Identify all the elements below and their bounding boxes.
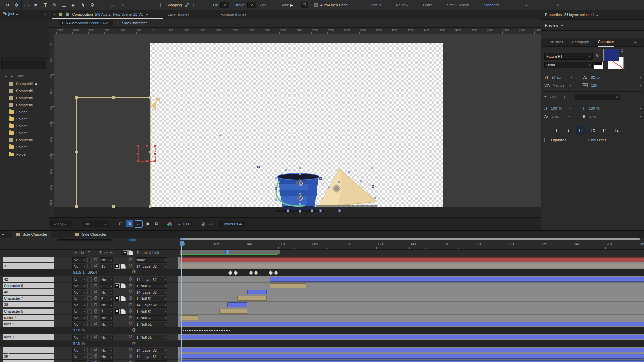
tracking-dropdown-arrow[interactable]: ▼ <box>639 84 642 87</box>
transparency-grid-icon[interactable]: ⊞ <box>126 220 133 227</box>
puppet-pin-tool[interactable]: ⚲ <box>88 0 97 10</box>
pixel-aspect-icon[interactable]: ⧉ <box>153 220 160 227</box>
parent-pickwhip-icon[interactable]: @ <box>129 296 132 300</box>
leading-dropdown-arrow[interactable]: ▼ <box>639 76 642 79</box>
parent-column-header[interactable]: Parent & Link <box>137 251 159 255</box>
layer-name-cell[interactable] <box>3 347 54 353</box>
mask-rect-handle[interactable] <box>137 153 139 155</box>
mode-dropdown[interactable]: Nc∨ <box>72 257 86 263</box>
project-item[interactable]: Compositi <box>0 95 49 101</box>
zoom-select-icon[interactable]: ⊡ <box>117 220 124 227</box>
layer-duration-bar[interactable] <box>227 302 247 307</box>
parent-pickwhip-icon[interactable]: @ <box>129 315 132 319</box>
auto-open-checkbox[interactable]: ✓ <box>314 3 318 7</box>
tab-paragraph[interactable]: Paragraph <box>572 38 589 46</box>
horizontal-scale-value[interactable]: 100 <box>589 106 595 110</box>
preserve-transparency-checkbox[interactable] <box>87 354 92 359</box>
parent-pickwhip-icon[interactable]: @ <box>129 322 132 325</box>
pen-tool[interactable]: ✒ <box>31 0 41 10</box>
current-time-indicator-line[interactable] <box>181 241 182 362</box>
layer-name-cell[interactable]: ayer 1 <box>3 334 54 340</box>
tab-brushes[interactable]: Brushes <box>550 38 563 46</box>
layer-duration-bar[interactable] <box>180 348 644 352</box>
preserve-transparency-checkbox[interactable] <box>87 361 92 362</box>
project-item[interactable]: Compositi♟ <box>0 80 49 87</box>
selection-rect-handle[interactable] <box>112 205 115 208</box>
label-tag-icon[interactable]: ⬧ <box>11 74 13 78</box>
workspace-standard[interactable]: Standard <box>477 3 506 7</box>
rotation-tool[interactable]: ↺ <box>3 0 12 10</box>
kerning-value[interactable]: Metrics <box>553 83 565 87</box>
trkmat-dropdown[interactable]: Nc∨ <box>100 277 113 282</box>
preview-menu-icon[interactable]: ≡ <box>561 23 563 27</box>
layer-name-cell[interactable]: Character 9 <box>3 283 54 288</box>
preserve-transparency-checkbox[interactable] <box>87 322 92 326</box>
snap-feature-icon[interactable]: ⊙ <box>193 2 197 8</box>
parent-link-dropdown[interactable]: 14. Layer 32∨ <box>135 277 167 282</box>
parent-pickwhip-icon[interactable]: @ <box>129 354 132 358</box>
project-item[interactable]: Folder <box>0 116 49 122</box>
mask-rect-handle[interactable] <box>146 160 148 162</box>
layer-name-cell[interactable]: ayer 2 <box>3 321 54 327</box>
trkmat-pickwhip-icon[interactable]: @ <box>94 354 97 358</box>
selection-handle[interactable] <box>338 209 341 212</box>
selection-handle[interactable] <box>348 171 350 173</box>
parent-link-dropdown[interactable]: None∨ <box>135 360 167 362</box>
workspace-small-screen[interactable]: Small Screen <box>440 3 476 7</box>
t-column-header[interactable]: T <box>88 251 90 255</box>
mask-anchor-icon[interactable]: ✛ <box>140 147 142 151</box>
layer-duration-bar[interactable] <box>270 283 306 288</box>
eraser-tool[interactable]: ◈ <box>69 0 78 10</box>
layer-name-cell[interactable]: 38 <box>3 302 54 307</box>
parent-pickwhip-icon[interactable]: @ <box>129 309 132 313</box>
selection-handle[interactable] <box>371 167 373 169</box>
tracking-value[interactable]: 120 <box>591 83 597 87</box>
parent-link-dropdown[interactable]: 14. Layer 32∨ <box>135 302 167 308</box>
fill-swatch[interactable]: ? <box>220 2 229 8</box>
font-size-value[interactable]: 97 <box>552 75 556 79</box>
mode-dropdown[interactable]: Nc∨ <box>72 283 86 289</box>
timeline-layer-row[interactable]: Character 9Nc∨@3.∨@1. Null 51∨ <box>0 283 644 289</box>
exposure-reset-icon[interactable]: ◑ <box>177 222 180 227</box>
style-button-0[interactable]: T <box>552 126 561 134</box>
mask-rect-handle[interactable] <box>137 145 139 147</box>
selection-handle[interactable] <box>285 169 287 171</box>
timeline-layer-row[interactable]: ayer 2Nc∨@Nc∨@1. Null 51∨ <box>0 321 644 327</box>
selection-handle[interactable] <box>311 209 313 212</box>
preserve-transparency-checkbox[interactable] <box>87 284 92 288</box>
trkmat-pickwhip-icon[interactable]: @ <box>94 315 97 319</box>
layer-name-cell[interactable]: racter 4 <box>3 315 54 320</box>
mode-dropdown[interactable]: Nc∨ <box>72 335 86 340</box>
selection-rect-handle[interactable] <box>149 205 151 208</box>
eyedropper-icon[interactable]: ✐ <box>595 54 600 58</box>
layer-name-cell[interactable]: 36 <box>3 354 54 359</box>
preserve-transparency-checkbox[interactable] <box>87 335 92 339</box>
trkmat-pickwhip-icon[interactable]: @ <box>94 277 97 281</box>
trkmat-pickwhip-icon[interactable]: @ <box>94 283 97 287</box>
trkmat-dropdown[interactable]: Nc∨ <box>100 290 113 295</box>
parent-link-dropdown[interactable]: 14. Layer 32∨ <box>135 354 167 359</box>
timeline-layer-row[interactable]: Nc∨@Nc∨@None∨ <box>0 257 644 263</box>
timeline-options-icon[interactable]: ≡ <box>7 352 9 356</box>
trkmat-column-header[interactable]: Track Ma.. <box>99 251 117 255</box>
mode-dropdown[interactable]: Nc∨ <box>72 302 86 308</box>
fill-color-swatch[interactable] <box>603 49 619 61</box>
font-size-dropdown-arrow[interactable]: ▼ <box>570 76 573 79</box>
default-fill-stroke-icon[interactable] <box>594 62 603 69</box>
layer-duration-bar[interactable] <box>270 277 644 282</box>
project-item[interactable]: Compositi <box>0 137 49 143</box>
parent-link-dropdown[interactable]: 1. Null 51∨ <box>135 315 167 321</box>
trkmat-dropdown[interactable]: 3.∨ <box>100 283 113 289</box>
timeline-layer-row[interactable]: ayer 1Nc∨@Nc∨@1. Null 51∨ <box>0 334 644 340</box>
workspace-review[interactable]: Review <box>389 3 416 7</box>
layer-duration-bar[interactable] <box>180 315 198 320</box>
selection-rect-handle[interactable] <box>75 151 78 153</box>
selection-handle[interactable] <box>338 181 340 183</box>
matte-luma-icon[interactable] <box>121 296 126 301</box>
preserve-transparency-checkbox[interactable] <box>87 296 92 301</box>
properties-menu-icon[interactable]: ≡ <box>596 13 598 17</box>
trkmat-pickwhip-icon[interactable]: @ <box>94 322 97 325</box>
workspace-learn[interactable]: Learn <box>416 3 440 7</box>
parent-link-dropdown[interactable]: 1. Null 51∨ <box>135 296 167 301</box>
trkmat-dropdown[interactable]: Nc∨ <box>100 315 113 321</box>
